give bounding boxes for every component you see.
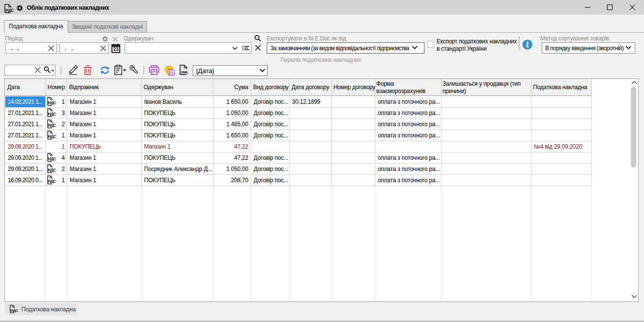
svg-text:НДС: НДС: [5, 8, 14, 13]
svg-text:23: 23: [113, 47, 119, 52]
svg-text:XML: XML: [181, 70, 188, 75]
